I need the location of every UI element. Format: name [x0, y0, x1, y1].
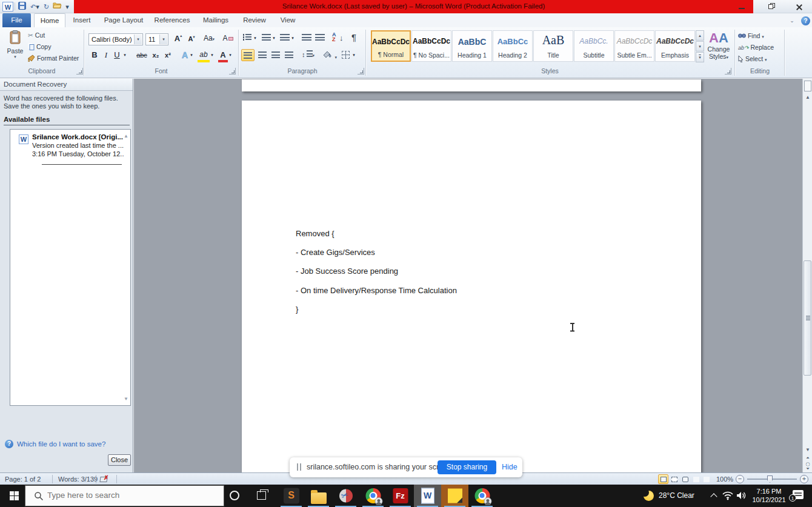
font-size-combobox[interactable]: 11 ▾ [145, 33, 168, 45]
list-scroll-down-icon[interactable]: ▼ [124, 396, 128, 402]
tab-view[interactable]: View [274, 13, 302, 27]
draft-view-button[interactable] [701, 474, 711, 484]
previous-page-button[interactable]: ⏶ [804, 456, 812, 460]
tab-file[interactable]: File [2, 13, 31, 27]
strikethrough-button[interactable]: abc [135, 51, 149, 64]
search-input[interactable] [47, 491, 211, 500]
next-page-button[interactable]: ⏷ [804, 466, 812, 471]
borders-button[interactable] [342, 51, 350, 59]
page-2[interactable]: Removed { - Create Gigs/Services - Job S… [242, 101, 701, 472]
scrollbar-thumb[interactable] [804, 260, 811, 376]
tab-page-layout[interactable]: Page Layout [99, 13, 148, 27]
borders-dropdown-icon[interactable]: ▾ [351, 53, 356, 65]
minimize-ribbon-icon[interactable]: ⌄ [788, 17, 796, 24]
document-canvas[interactable]: Removed { - Create Gigs/Services - Job S… [134, 79, 802, 472]
numbering-dropdown-icon[interactable]: ▾ [271, 36, 276, 48]
qat-customize-icon[interactable]: ▾ [64, 2, 70, 12]
format-painter-button[interactable]: Format Painter [28, 55, 79, 62]
align-left-button[interactable] [241, 49, 255, 61]
zoom-level[interactable]: 100% [716, 476, 733, 483]
paste-button[interactable]: Paste ▾ [5, 30, 25, 65]
taskbar-item-file-explorer[interactable] [305, 485, 332, 507]
multilevel-dropdown-icon[interactable]: ▾ [290, 36, 295, 48]
font-dialog-launcher[interactable] [229, 68, 236, 75]
style-title[interactable]: AaB Title [533, 30, 573, 62]
show-paragraph-marks-button[interactable]: ¶ [351, 32, 356, 42]
taskbar-item-chrome[interactable] [359, 485, 387, 507]
taskbar-item-sticky-notes-active[interactable] [441, 485, 468, 507]
grow-font-button[interactable]: A▴ [172, 33, 184, 45]
font-color-dropdown-icon[interactable]: ▾ [228, 53, 233, 65]
underline-dropdown-icon[interactable]: ▾ [122, 53, 128, 65]
paragraph-dialog-launcher[interactable] [358, 68, 364, 75]
taskbar-item-sublime[interactable]: S [278, 485, 305, 507]
subscript-button[interactable]: x₂ [150, 51, 161, 64]
cortana-icon[interactable] [230, 491, 239, 500]
zoom-in-button[interactable]: + [800, 475, 808, 483]
find-button[interactable]: Find ▾ [738, 32, 764, 42]
styles-dialog-launcher[interactable] [725, 68, 731, 75]
align-center-button[interactable] [258, 51, 267, 59]
style-subtitle[interactable]: AaBbCc. Subtitle [574, 30, 614, 62]
multilevel-list-button[interactable] [280, 34, 290, 42]
cut-button[interactable]: ✂ Cut [28, 31, 45, 39]
help-icon[interactable]: ? [801, 16, 810, 25]
change-case-button[interactable]: Aa▾ [201, 34, 217, 46]
minimize-button[interactable] [733, 2, 751, 12]
sort-button[interactable]: AZ [332, 32, 336, 42]
volume-icon[interactable] [736, 491, 747, 500]
style-normal[interactable]: AaBbCcDc ¶ Normal [371, 30, 411, 62]
list-scroll-up-icon[interactable]: ▲ [124, 133, 128, 139]
change-styles-button[interactable]: AA ChangeStyles▾ [705, 31, 733, 60]
clear-formatting-button[interactable]: A [221, 34, 235, 46]
select-browse-object-button[interactable]: ◯ [804, 462, 812, 466]
text-highlight-dropdown-icon[interactable]: ▾ [210, 53, 215, 65]
word-count-status[interactable]: Words: 3/139 [58, 476, 98, 483]
vertical-scrollbar[interactable]: ▲ ▼ ⏶ ◯ ⏷ [802, 79, 812, 472]
action-center-icon[interactable]: 1 [793, 490, 804, 499]
font-family-dropdown-icon[interactable]: ▾ [134, 35, 142, 44]
taskbar-item-filezilla[interactable]: Fz [387, 485, 414, 507]
style-heading2[interactable]: AaBbCc Heading 2 [493, 30, 533, 62]
style-no-spacing[interactable]: AaBbCcDc ¶ No Spaci... [411, 30, 451, 62]
superscript-button[interactable]: x² [162, 51, 173, 64]
increase-indent-button[interactable] [315, 34, 325, 42]
tab-insert[interactable]: Insert [67, 13, 97, 27]
tab-home[interactable]: Home [34, 13, 65, 27]
taskbar-search[interactable] [25, 485, 224, 506]
clipboard-dialog-launcher[interactable] [76, 68, 83, 75]
tab-review[interactable]: Review [238, 13, 271, 27]
stop-sharing-button[interactable]: Stop sharing [438, 460, 496, 474]
style-heading1[interactable]: AaBbC Heading 1 [452, 30, 492, 62]
copy-button[interactable]: Copy [28, 43, 51, 50]
text-effects-dropdown-icon[interactable]: ▾ [189, 53, 194, 65]
fullscreen-reading-view-button[interactable] [669, 474, 679, 484]
web-layout-view-button[interactable] [680, 474, 690, 484]
page-count-status[interactable]: Page: 1 of 2 [5, 476, 41, 483]
styles-scroll-down[interactable]: ▾ [696, 41, 704, 51]
tab-mailings[interactable]: Mailings [196, 13, 235, 27]
task-view-icon[interactable] [257, 491, 266, 500]
font-size-dropdown-icon[interactable]: ▾ [159, 35, 167, 44]
tab-references[interactable]: References [150, 13, 194, 27]
text-highlight-button[interactable]: ab [198, 50, 210, 62]
bold-button[interactable]: B [90, 50, 99, 62]
align-right-button[interactable] [271, 51, 280, 59]
restore-button[interactable] [762, 2, 780, 12]
weather-status[interactable]: 28°C Clear [659, 491, 694, 500]
weather-moon-icon[interactable] [644, 491, 654, 501]
font-family-combobox[interactable]: Calibri (Body) ▾ [88, 33, 143, 45]
print-layout-view-button[interactable] [658, 474, 668, 484]
taskbar-item-word-active[interactable]: W [414, 485, 441, 507]
styles-scroll-up[interactable]: ▴ [696, 30, 704, 41]
taskbar-item-snipping-tool[interactable]: ✂ [332, 485, 359, 507]
taskbar-item-chrome-profile2[interactable] [468, 485, 496, 507]
bullets-dropdown-icon[interactable]: ▾ [253, 36, 258, 48]
style-subtle-emphasis[interactable]: AaBbCcDc Subtle Em... [614, 30, 654, 62]
redo-icon[interactable]: ↻ [41, 2, 52, 12]
ruler-toggle-button[interactable] [804, 81, 811, 91]
font-color-button[interactable]: A [218, 50, 228, 62]
scroll-down-icon[interactable]: ▼ [803, 447, 812, 452]
italic-button[interactable]: I [102, 50, 110, 62]
tray-expand-icon[interactable] [710, 493, 717, 500]
